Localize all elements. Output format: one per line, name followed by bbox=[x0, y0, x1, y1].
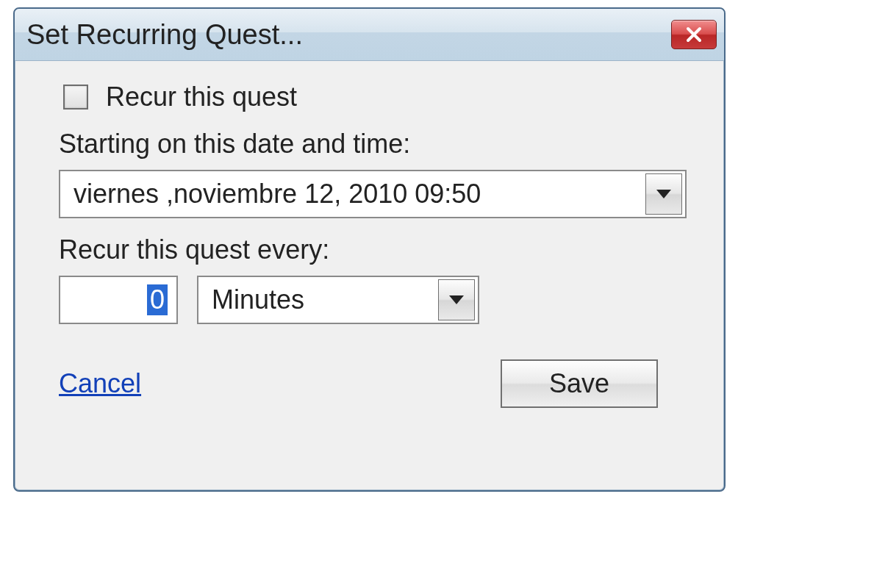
dialog-content: Recur this quest Starting on this date a… bbox=[15, 61, 724, 408]
window-title: Set Recurring Quest... bbox=[26, 19, 303, 51]
chevron-down-icon bbox=[449, 295, 464, 304]
datetime-picker[interactable]: viernes ,noviembre 12, 2010 09:50 bbox=[59, 170, 687, 218]
start-datetime-label: Starting on this date and time: bbox=[59, 129, 695, 159]
save-button[interactable]: Save bbox=[501, 359, 658, 408]
cancel-link[interactable]: Cancel bbox=[59, 368, 141, 399]
recurring-quest-dialog: Set Recurring Quest... Recur this quest … bbox=[13, 7, 726, 492]
unit-dropdown-button[interactable] bbox=[438, 279, 475, 320]
titlebar[interactable]: Set Recurring Quest... bbox=[15, 9, 724, 61]
interval-value: 0 bbox=[147, 284, 168, 315]
dialog-footer: Cancel Save bbox=[59, 359, 695, 408]
datetime-value: viernes ,noviembre 12, 2010 09:50 bbox=[60, 179, 481, 209]
recur-every-label: Recur this quest every: bbox=[59, 234, 695, 265]
save-button-label: Save bbox=[549, 368, 609, 399]
datetime-dropdown-button[interactable] bbox=[645, 173, 682, 215]
recur-checkbox-row: Recur this quest bbox=[63, 82, 695, 112]
interval-input[interactable]: 0 bbox=[59, 276, 178, 324]
recur-checkbox[interactable] bbox=[63, 85, 88, 110]
close-button[interactable] bbox=[671, 20, 717, 49]
recur-checkbox-label: Recur this quest bbox=[106, 82, 297, 112]
close-icon bbox=[686, 26, 702, 43]
chevron-down-icon bbox=[656, 190, 671, 198]
interval-unit-value: Minutes bbox=[198, 284, 304, 315]
interval-unit-select[interactable]: Minutes bbox=[197, 276, 479, 324]
interval-row: 0 Minutes bbox=[59, 276, 695, 324]
